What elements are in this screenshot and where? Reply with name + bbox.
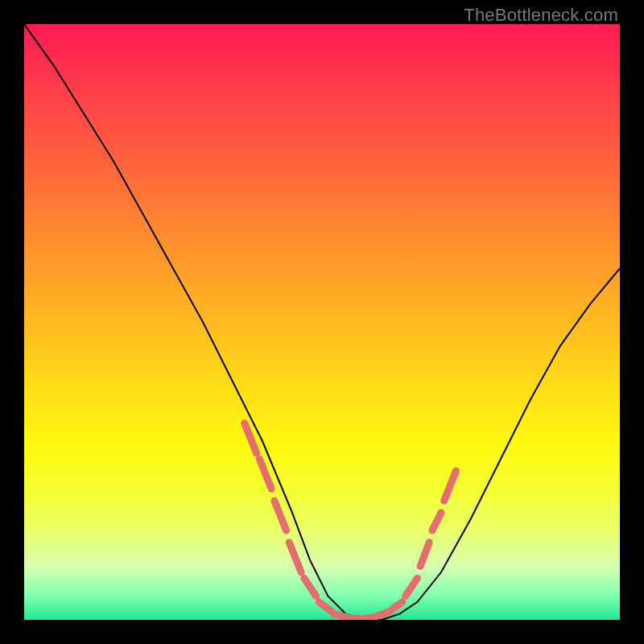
highlight-segment	[304, 578, 316, 596]
highlight-segment	[319, 602, 331, 611]
highlight-segment	[364, 617, 376, 618]
highlight-markers	[245, 423, 456, 619]
highlight-segment	[444, 471, 456, 501]
highlight-segment	[349, 618, 361, 619]
plot-area	[24, 24, 620, 620]
highlight-segment	[432, 513, 441, 530]
chart-svg	[24, 24, 620, 620]
highlight-segment	[406, 578, 418, 596]
highlight-segment	[378, 611, 390, 616]
highlight-segment	[420, 543, 429, 567]
chart-container: TheBottleneck.com	[0, 0, 644, 644]
highlight-segment	[394, 602, 402, 608]
highlight-segment	[259, 459, 271, 489]
highlight-segment	[289, 543, 301, 572]
highlight-segment	[275, 501, 287, 530]
highlight-segment	[334, 614, 346, 617]
highlight-segment	[245, 423, 257, 453]
watermark-text: TheBottleneck.com	[464, 5, 618, 26]
bottleneck-curve	[24, 24, 620, 620]
